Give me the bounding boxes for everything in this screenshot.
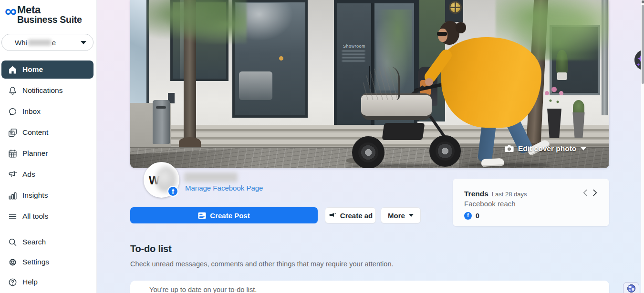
manage-facebook-page-link[interactable]: Manage Facebook Page [185,184,263,192]
edit-cover-photo-label: Edit cover photo [518,144,576,153]
facebook-icon: f [167,186,178,197]
brand-line1: Meta [17,5,82,15]
cover-tulips [543,86,567,111]
woman-hair-bun [456,22,466,33]
cover-photo: Showroom [130,0,609,168]
caret-down-icon [409,214,414,217]
browser-globe-button[interactable] [623,282,639,293]
question-circle-icon [8,277,18,287]
brand-logo[interactable]: ∞ Meta Business Suite [5,5,82,25]
sidebar-item-label: Home [22,65,43,74]
brand-line2: Business Suite [17,15,82,25]
trends-card: Trends Last 28 days Facebook reach f 0 [453,179,609,226]
cover-window-left [130,0,149,104]
meta-infinity-icon: ∞ [5,5,16,17]
more-button[interactable]: More [381,207,421,223]
cover-door-hours-blur [342,51,365,62]
caret-down-icon [581,147,586,151]
sidebar-item-home[interactable]: Home [1,61,93,79]
sidebar-item-label: Planner [22,149,48,158]
bar-chart-icon [8,191,18,201]
business-name-prefix: Whi [15,39,27,47]
sidebar-item-label: Content [22,128,48,137]
camera-icon [505,145,514,152]
search-icon [8,237,18,247]
sidebar-item-label: Help [22,278,38,286]
sidebar-item-label: Insights [22,191,48,200]
cover-window-3-lamp-dot [279,56,283,61]
sidebar-nav-main: Home Notifications Inbox Content Planner… [1,61,93,228]
meta-business-suite-app: Showroom [0,0,644,293]
menu-lines-icon [8,212,18,222]
business-selector[interactable]: Whi e [1,34,93,51]
sidebar-item-label: Inbox [22,107,41,116]
woman-hand [425,78,433,86]
woman-shoe-front [481,158,505,167]
create-ad-button[interactable]: Create ad [325,207,376,223]
sidebar-item-content[interactable]: Content [1,123,93,141]
sidebar-nav-bottom: Search Settings Help [1,233,93,293]
sidebar-item-notifications[interactable]: Notifications [1,81,93,100]
trends-period: Last 28 days [492,191,527,198]
chevron-left-icon[interactable] [582,189,588,196]
scrollbar-thumb[interactable] [642,5,644,84]
scrollbar-arrow[interactable] [642,0,644,3]
sidebar-item-settings[interactable]: Settings [1,253,93,271]
create-post-button[interactable]: Create Post [130,207,318,223]
home-icon [8,65,18,75]
cover-window-right-pot [557,72,567,80]
stroller-basket [382,123,425,140]
page-name-redaction [184,172,238,182]
trends-metric-label: Facebook reach [464,200,598,208]
todo-list-title: To-do list [130,243,172,254]
woman-sunglasses [437,32,447,36]
scrollbar[interactable] [641,0,644,293]
sidebar-item-label: All tools [22,212,48,221]
facebook-reach-value: 0 [476,212,479,220]
cover-trash-bin [153,100,170,144]
globe-icon [627,284,636,293]
brand-wordmark: Meta Business Suite [17,5,82,25]
cover-tree-left-roots [179,137,201,147]
content-cards-icon [8,128,18,138]
sidebar-item-ads[interactable]: Ads [1,165,93,183]
calendar-icon [8,149,18,159]
sidebar-item-help[interactable]: Help [1,273,93,291]
bell-icon [8,86,18,96]
create-ad-label: Create ad [340,212,373,220]
page-avatar[interactable]: W f [144,162,179,198]
business-name-suffix: e [52,39,56,47]
megaphone-filled-icon [328,212,336,220]
todo-list-card: You're up to date on your to-do list. [130,281,609,293]
sidebar-item-search[interactable]: Search [1,233,93,251]
megaphone-icon [8,170,18,180]
gear-icon [8,257,18,267]
todo-list-subtitle: Check unread messages, comments and othe… [130,260,394,268]
stroller-rear-wheel [352,136,384,168]
cover-trash-bin-slot [156,106,166,109]
todo-empty-message: You're up to date on your to-do list. [149,286,257,293]
sidebar-item-label: Settings [22,258,49,266]
woman-shadow [464,163,550,167]
sidebar-item-insights[interactable]: Insights [1,186,93,204]
post-icon [198,212,206,219]
woman-coat [441,37,541,128]
sidebar-item-label: Ads [22,170,35,179]
more-label: More [388,212,405,220]
sidebar-item-all-tools[interactable]: All tools [1,207,93,225]
sidebar-item-inbox[interactable]: Inbox [1,102,93,121]
sidebar-item-planner[interactable]: Planner [1,144,93,162]
cover-lamp-cross-h [450,7,460,8]
cover-lamp [449,1,462,14]
cover-pot-plant-2 [573,100,584,114]
edit-cover-photo-button[interactable]: Edit cover photo [505,144,586,153]
trends-title: Trends [464,190,488,198]
chevron-down-icon [81,41,86,44]
cover-door-sign: Showroom [343,44,365,49]
cover-window-3-interior [239,71,272,100]
sidebar-item-label: Search [22,238,46,246]
chat-bubble-icon [8,107,18,117]
business-name-redaction [28,40,51,46]
sidebar: ∞ Meta Business Suite Whi e Home Notific… [0,0,97,293]
chevron-right-icon[interactable] [592,189,598,196]
